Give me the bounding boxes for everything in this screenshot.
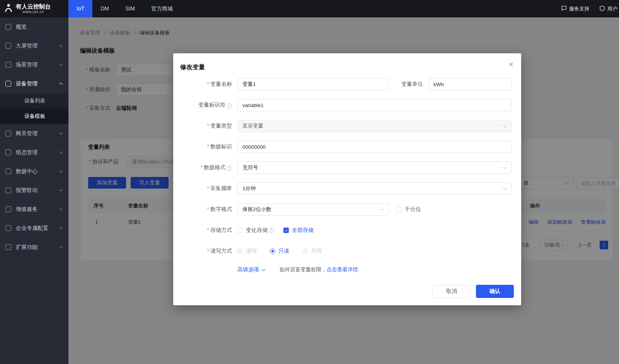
sidebar-item-gateway-mgmt[interactable]: 网关管理 (0, 124, 68, 143)
chevron-down-icon (59, 226, 63, 230)
sidebar-item-data-center[interactable]: 数据中心 (0, 162, 68, 181)
write-only-radio[interactable] (302, 248, 308, 254)
sidebar-item-device-mgmt[interactable]: 设备管理 (0, 74, 68, 93)
sidebar-item-device-template[interactable]: 设备模板 (0, 109, 68, 124)
permission-hint: 如何设置变量权限， (280, 267, 327, 272)
sidebar-item-label: 概览 (16, 24, 27, 31)
collect-frequency-label: 采集频率 (210, 185, 232, 191)
support-menu[interactable]: 服务支持 (561, 5, 589, 12)
thousand-separator-label: 千分位 (405, 206, 421, 213)
identifier-label: 变量标识符 (198, 102, 225, 108)
extensions-icon (5, 244, 11, 250)
change-storage-checkbox[interactable] (237, 228, 243, 233)
required-asterisk: * (207, 143, 209, 150)
storage-mode-label: 存储方式 (210, 227, 232, 233)
user-menu[interactable]: 用户 (599, 5, 617, 12)
data-id-row: *数据标识 (173, 141, 521, 153)
chat-icon (561, 5, 567, 12)
required-asterisk: * (207, 122, 209, 129)
help-icon[interactable]: ? (227, 103, 232, 109)
number-format-row: *数字格式 保留2位小数 千分位 (173, 203, 521, 216)
sidebar-item-scene-mgmt[interactable]: 场景管理 (0, 55, 68, 74)
logo[interactable]: 有人云控制台 www.usr.cn (0, 0, 68, 17)
required-asterisk: * (207, 81, 209, 87)
all-storage-checkbox[interactable] (283, 228, 289, 233)
tab-sim[interactable]: SIM (117, 0, 143, 17)
edit-variable-modal: 修改变量 × *变量名称 变量单位 变量标识符? *变量类型 直采变量 *数据标… (173, 53, 521, 305)
sidebar-item-label: 企业专属配置 (16, 225, 48, 232)
sidebar-item-hmi-mgmt[interactable]: 组态管理 (0, 143, 68, 162)
chevron-down-icon (59, 169, 63, 173)
variable-name-input[interactable] (237, 78, 389, 90)
advanced-options-toggle[interactable]: 高级选项 (237, 266, 265, 273)
chevron-down-icon (59, 188, 63, 192)
read-write-option-label: 读写 (246, 248, 257, 255)
chevron-down-icon (503, 165, 507, 169)
sidebar-item-label: 设备管理 (16, 80, 38, 87)
advanced-options-row: 高级选项 如何设置变量权限，点击查看详情 (173, 266, 521, 274)
read-write-row: *读写方式 读写 只读 只写 (173, 245, 521, 257)
confirm-button[interactable]: 确认 (476, 285, 514, 298)
read-write-label: 读写方式 (210, 248, 232, 254)
configuration-icon (5, 150, 11, 155)
modal-form: *变量名称 变量单位 变量标识符? *变量类型 直采变量 *数据标识 *数据格式… (173, 78, 521, 274)
chevron-down-icon (59, 150, 63, 154)
app-subtitle: www.usr.cn (16, 10, 51, 14)
device-submenu: 设备列表 设备模板 (0, 93, 68, 124)
chevron-down-icon (262, 267, 266, 271)
chevron-down-icon (503, 186, 507, 190)
variable-type-label: 变量类型 (210, 122, 232, 129)
modal-footer: 取消 确认 (433, 285, 514, 298)
identifier-input[interactable] (237, 99, 512, 111)
app-title: 有人云控制台 (16, 3, 51, 10)
data-id-label: 数据标识 (210, 143, 232, 150)
chevron-down-icon (59, 245, 63, 248)
chevron-up-icon (59, 83, 63, 87)
chevron-down-icon (59, 43, 63, 47)
collect-frequency-select[interactable]: 1分钟 (237, 182, 512, 195)
close-icon[interactable]: × (508, 60, 513, 69)
sidebar-item-label: 组态管理 (16, 149, 38, 156)
product-tabs: IoT DM SIM 官方商城 (68, 0, 181, 17)
cancel-button[interactable]: 取消 (433, 285, 471, 298)
sidebar-item-screen-mgmt[interactable]: 大屏管理 (0, 36, 68, 55)
identifier-row: 变量标识符? (173, 99, 521, 111)
sidebar-item-device-list[interactable]: 设备列表 (0, 93, 68, 109)
topbar: 有人云控制台 www.usr.cn IoT DM SIM 官方商城 服务支持 用… (0, 0, 619, 17)
sidebar-item-enterprise[interactable]: 企业专属配置 (0, 219, 68, 238)
sidebar-item-overview[interactable]: 概览 (0, 17, 68, 36)
sidebar: 概览 大屏管理 场景管理 设备管理 设备列表 设备模板 网关管理 组态管理 数据… (0, 17, 68, 364)
sidebar-item-extensions[interactable]: 扩展功能 (0, 238, 68, 257)
tab-dm[interactable]: DM (92, 0, 117, 17)
thousand-separator-checkbox[interactable] (396, 207, 402, 212)
read-only-radio[interactable] (270, 248, 275, 254)
read-write-radio[interactable] (237, 248, 243, 254)
required-asterisk: * (207, 248, 209, 254)
modal-title: 修改变量 (180, 63, 205, 71)
sidebar-item-label: 报警联动 (16, 187, 38, 194)
required-asterisk: * (207, 185, 209, 191)
data-format-label: 数据格式 (204, 164, 225, 170)
sidebar-item-label: 网关管理 (16, 130, 38, 137)
tab-iot[interactable]: IoT (68, 0, 92, 17)
number-format-select[interactable]: 保留2位小数 (237, 203, 389, 216)
required-asterisk: * (207, 227, 209, 233)
change-storage-label: 变化存储 (246, 227, 268, 234)
data-format-row: *数据格式? 无符号 (173, 162, 521, 174)
help-icon[interactable]: ? (227, 166, 232, 171)
sidebar-item-label: 扩展功能 (16, 244, 38, 251)
number-format-label: 数字格式 (210, 206, 232, 212)
sidebar-item-alarm[interactable]: 报警联动 (0, 181, 68, 200)
alarm-icon (5, 187, 11, 193)
help-icon[interactable]: ? (269, 228, 274, 233)
variable-unit-input[interactable] (428, 78, 512, 90)
write-only-option-label: 只写 (311, 248, 322, 255)
scene-icon (5, 62, 11, 68)
tab-mall[interactable]: 官方商城 (143, 0, 181, 17)
required-asterisk: * (207, 206, 209, 212)
data-format-select[interactable]: 无符号 (237, 162, 512, 174)
view-details-link[interactable]: 点击查看详情 (327, 267, 358, 272)
sidebar-item-value-added[interactable]: 增值服务 (0, 200, 68, 219)
data-id-input[interactable] (237, 141, 512, 153)
variable-type-select[interactable]: 直采变量 (237, 120, 512, 132)
